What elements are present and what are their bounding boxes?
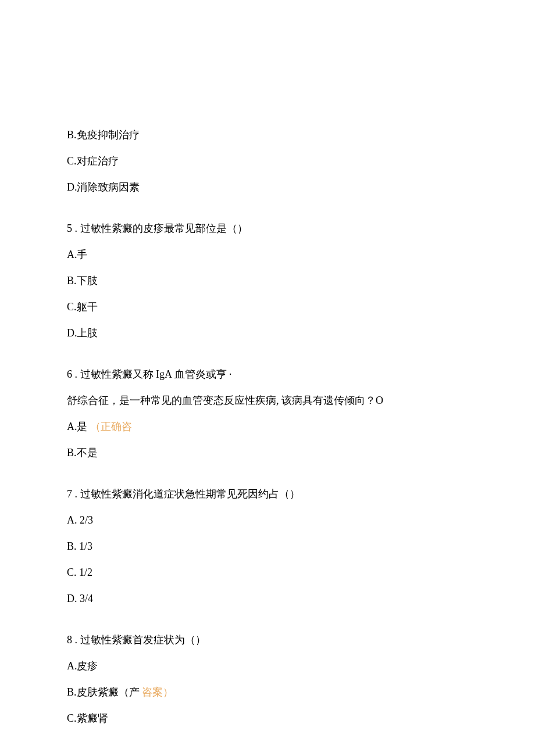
option-c: C. 1/2 [67, 565, 468, 581]
option-b-answer-marker: 咨案） [142, 686, 173, 698]
question-body: . 过敏性紫癜首发症状为（） [75, 634, 206, 646]
option-c: C.对症治疗 [67, 153, 468, 169]
question-number: 6 [67, 368, 72, 380]
question-body-1: . 过敏性紫癜又称 IgA 血管炎或亨 · [75, 368, 232, 380]
question-6: 6 . 过敏性紫癜又称 IgA 血管炎或亨 · 舒综合征，是一种常见的血管变态反… [67, 367, 468, 461]
option-c: C.紫癜肾 [67, 711, 468, 726]
question-8: 8 . 过敏性紫癜首发症状为（） A.皮疹 B.皮肤紫癜（产 咨案） C.紫癜肾 [67, 632, 468, 726]
option-d: D.消除致病因素 [67, 180, 468, 195]
question-number: 5 [67, 223, 72, 234]
question-text-line1: 6 . 过敏性紫癜又称 IgA 血管炎或亨 · [67, 367, 468, 382]
option-b: B.下肢 [67, 273, 468, 289]
question-text: 8 . 过敏性紫癜首发症状为（） [67, 632, 468, 648]
option-a: A. 2/3 [67, 513, 468, 528]
option-a: A.是 （正确咨 [67, 419, 468, 435]
question-number: 7 [67, 488, 72, 500]
option-a-prefix: A.是 [67, 421, 88, 432]
option-b: B.免疫抑制治疗 [67, 127, 468, 143]
option-d: D. 3/4 [67, 591, 468, 607]
question-4-partial: B.免疫抑制治疗 C.对症治疗 D.消除致病因素 [67, 127, 468, 195]
option-c: C.躯干 [67, 299, 468, 315]
question-text-line2: 舒综合征，是一种常见的血管变态反应性疾病, 该病具有遗传倾向？O [67, 393, 468, 409]
option-b: B. 1/3 [67, 539, 468, 554]
question-body: . 过敏性紫癜消化道症状急性期常见死因约占（） [75, 488, 300, 500]
option-b: B.皮肤紫癜（产 咨案） [67, 685, 468, 700]
option-b-prefix: B.皮肤紫癜（产 [67, 686, 140, 698]
option-a: A.手 [67, 247, 468, 263]
question-body: . 过敏性紫癜的皮疹最常见部位是（） [75, 223, 248, 234]
option-b: B.不是 [67, 445, 468, 461]
question-number: 8 [67, 634, 72, 646]
question-7: 7 . 过敏性紫癜消化道症状急性期常见死因约占（） A. 2/3 B. 1/3 … [67, 486, 468, 607]
option-d: D.上肢 [67, 325, 468, 341]
question-text: 7 . 过敏性紫癜消化道症状急性期常见死因约占（） [67, 486, 468, 502]
question-text: 5 . 过敏性紫癜的皮疹最常见部位是（） [67, 221, 468, 237]
question-5: 5 . 过敏性紫癜的皮疹最常见部位是（） A.手 B.下肢 C.躯干 D.上肢 [67, 221, 468, 341]
option-a: A.皮疹 [67, 658, 468, 674]
option-a-answer-marker: （正确咨 [90, 421, 132, 432]
